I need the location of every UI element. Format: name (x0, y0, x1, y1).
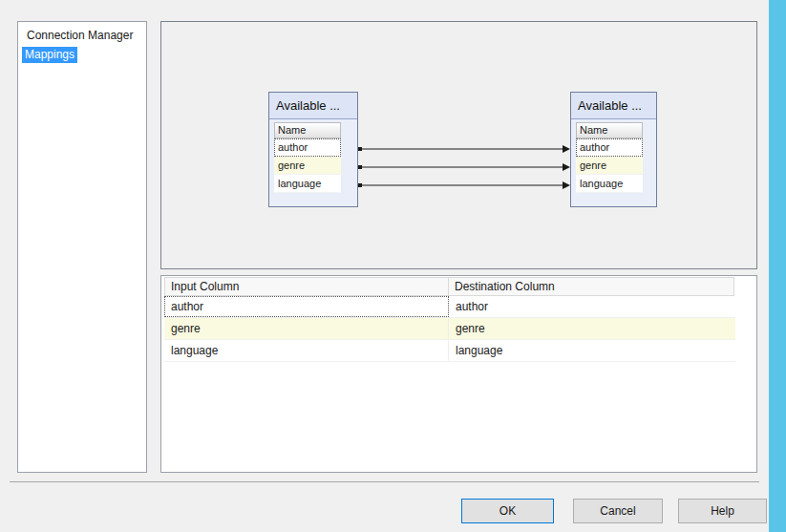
mapping-diagram-panel: Available ... Name author genre language (160, 21, 757, 269)
mapping-arrow-language[interactable] (358, 181, 570, 189)
column-item-language[interactable]: language (576, 175, 643, 193)
ok-button[interactable]: OK (461, 499, 554, 523)
mapping-arrows (161, 22, 756, 268)
available-destination-columns-table: Available ... Name author genre language (570, 92, 657, 207)
grid-cell-destination-author[interactable]: author (449, 296, 735, 317)
grid-cell-destination-language[interactable]: language (449, 340, 735, 361)
grid-cell-input-language[interactable]: language (164, 340, 449, 361)
sidebar-item-connection-manager[interactable]: Connection Manager (24, 28, 136, 44)
column-list: Name author genre language (576, 122, 643, 193)
mappings-grid: Input Column Destination Column author a… (164, 277, 735, 362)
grid-cell-input-genre[interactable]: genre (164, 318, 449, 339)
column-item-genre[interactable]: genre (576, 157, 643, 175)
mappings-grid-panel: Input Column Destination Column author a… (160, 275, 757, 473)
input-column-header: Input Column (164, 277, 449, 296)
grid-row-genre[interactable]: genre genre (164, 318, 735, 340)
mappings-dialog: Connection Manager Mappings Available ..… (0, 0, 786, 532)
sidebar-item-mappings[interactable]: Mappings (22, 47, 77, 63)
name-column-header: Name (576, 122, 643, 138)
window-edge-accent (769, 0, 786, 532)
grid-cell-destination-genre[interactable]: genre (449, 318, 735, 339)
grid-row-language[interactable]: language language (164, 340, 735, 362)
table-title: Available ... (571, 93, 656, 119)
grid-row-author[interactable]: author author (164, 296, 735, 318)
cancel-button[interactable]: Cancel (573, 499, 663, 523)
mapping-arrow-author[interactable] (358, 145, 570, 153)
mapping-arrow-genre[interactable] (358, 163, 570, 171)
help-button[interactable]: Help (678, 499, 767, 523)
grid-header-row: Input Column Destination Column (164, 277, 735, 296)
column-item-author[interactable]: author (576, 138, 643, 157)
destination-column-header: Destination Column (448, 277, 734, 296)
dialog-page-list: Connection Manager Mappings (17, 21, 147, 473)
grid-cell-input-author[interactable]: author (164, 296, 449, 317)
footer-divider (10, 481, 759, 482)
